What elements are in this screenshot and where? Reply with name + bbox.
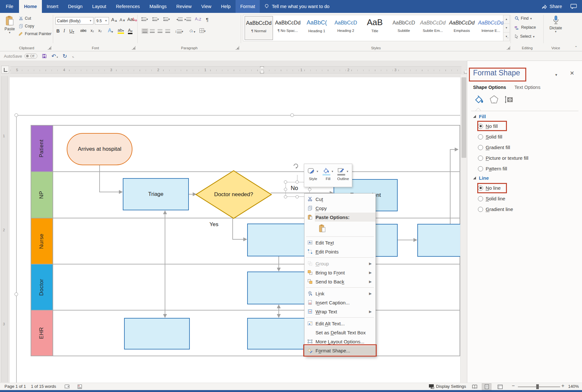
comment-icon[interactable] [570,4,577,9]
font-color-button[interactable]: A▾ [128,28,132,34]
vertical-ruler[interactable]: 123 [1,76,8,382]
radio-button[interactable] [478,196,483,201]
tab-shape-options[interactable]: Shape Options [473,85,506,90]
cut-button[interactable]: Cut [19,16,31,21]
menu-item-send-to-back[interactable]: Send to Back▶ [305,277,375,286]
ribbon-tab-file[interactable]: File [0,0,19,13]
selection-handle[interactable] [296,195,299,198]
font-dialog-launcher[interactable] [132,46,135,50]
multilevel-list-button[interactable]: ▾ [163,17,170,21]
fill-option-picture-or-texture-fill[interactable]: Picture or texture fill [478,153,529,163]
bold-button[interactable]: B [56,28,60,33]
print-layout-button[interactable] [482,383,491,390]
swimlane-header-patient[interactable]: Patient [31,126,53,171]
styles-dialog-launcher[interactable] [507,46,510,50]
menu-item-link[interactable]: Link▶ [305,289,375,298]
zoom-out-button[interactable]: − [512,383,515,389]
tab-text-options[interactable]: Text Options [514,85,540,90]
ribbon-tab-insert[interactable]: Insert [42,0,63,13]
dictate-dropdown-arrow[interactable]: ▼ [544,30,568,33]
macro-recording-icon[interactable] [77,384,82,389]
ribbon-tab-format[interactable]: Format [236,0,260,13]
ribbon-tab-layout[interactable]: Layout [87,0,111,13]
fill-option-pattern-fill[interactable]: Pattern fill [478,163,529,174]
menu-item-edit-alt-text-[interactable]: Edit Alt Text... [305,319,375,328]
superscript-button[interactable]: x2 [98,28,102,33]
underline-button[interactable]: U▾ [69,28,74,33]
bullets-button[interactable]: ▾ [141,17,148,21]
selection-handle[interactable] [296,180,299,184]
menu-item-group[interactable]: Group▶ [305,259,375,268]
zoom-in-button[interactable]: + [561,383,564,389]
read-mode-button[interactable] [470,383,480,390]
selection-handle[interactable] [284,188,287,191]
vertical-scrollbar[interactable] [460,75,467,383]
style-subtitle[interactable]: AaBbCcDSubtitle [390,16,418,40]
menu-item-bring-to-front[interactable]: Bring to Front▶ [305,268,375,277]
paste-option-icon[interactable] [319,224,326,233]
pane-close-button[interactable]: ✕ [570,70,574,77]
highlight-color-button[interactable]: ab▾ [118,28,124,34]
replace-button[interactable]: abac Replace [515,25,536,30]
word-count[interactable]: 1 of 15 words [31,384,56,389]
radio-button[interactable] [478,207,483,212]
radio-button[interactable] [478,186,483,191]
fill-section-header[interactable]: Fill [473,114,486,119]
process-shape-empty[interactable] [417,224,460,257]
increase-indent-button[interactable]: ▸ [185,17,191,21]
strikethrough-button[interactable]: abc [80,28,86,33]
start-shape[interactable]: Arrives at hospital [67,133,132,165]
process-shape-empty[interactable] [247,224,310,256]
line-option-no-line[interactable]: No line [478,183,513,193]
menu-item-cut[interactable]: Cut [305,195,375,204]
align-left-button[interactable] [141,28,148,34]
proofing-status-icon[interactable] [64,384,70,389]
swimlane-header-doctor[interactable]: Doctor [31,264,53,310]
fill-option-solid-fill[interactable]: Solid fill [478,131,529,142]
font-size-combo[interactable]: 9.5▼ [95,17,109,24]
menu-item-paste-options-[interactable]: Paste Options: [305,213,375,222]
numbering-button[interactable]: ▾ [152,17,159,21]
ribbon-tab-help[interactable]: Help [216,0,236,13]
customize-qat-button[interactable]: ⌄̲ [72,54,74,58]
zoom-level[interactable]: 140% [568,384,579,389]
style--no-spac-[interactable]: AaBbCcDd¶ No Spac... [274,16,302,40]
format-painter-button[interactable]: Format Painter [19,32,52,36]
canvas-handle-top-left[interactable] [15,113,18,117]
page-indicator[interactable]: Page 1 of 1 [5,384,26,389]
paragraph-dialog-launcher[interactable] [236,46,239,50]
shrink-font-button[interactable]: A▼ [120,17,126,22]
selection-handle[interactable] [284,195,287,198]
grow-font-button[interactable]: A▲ [111,17,118,22]
ribbon-tab-mailings[interactable]: Mailings [145,0,171,13]
document-page[interactable]: PatientNPNurseDoctorEHR [10,77,460,383]
radio-button[interactable] [478,156,483,161]
swimlane-header-nurse[interactable]: Nurse [31,218,53,264]
mini-outline-button[interactable]: ▼ Outline [335,166,351,186]
line-section-header[interactable]: Line [473,175,489,181]
tab-stop-selector[interactable] [1,66,9,73]
borders-button[interactable]: ▾ [199,28,206,33]
canvas-handle-left-middle[interactable] [15,292,18,296]
menu-item-edit-text[interactable]: AEdit Text [305,238,375,247]
copy-button[interactable]: Copy [19,24,34,28]
tell-me-box[interactable]: Tell me what you want to do [264,0,329,13]
style--normal[interactable]: AaBbCcDd¶ Normal [245,16,273,40]
menu-item-copy[interactable]: Copy [305,204,375,213]
italic-button[interactable]: I [63,28,65,33]
radio-button[interactable] [478,124,483,129]
process-shape-empty[interactable] [247,318,310,349]
line-option-solid-line[interactable]: Solid line [478,193,513,204]
style-title[interactable]: AaBTitle [361,16,389,40]
ribbon-tab-view[interactable]: View [197,0,216,13]
autosave-toggle[interactable]: Off [24,53,37,59]
paste-dropdown-arrow[interactable]: ▼ [3,31,17,34]
dictate-button[interactable]: Dictate ▼ [544,15,568,33]
select-button[interactable]: Select▾ [515,34,535,39]
subscript-button[interactable]: x2 [91,28,94,33]
ribbon-tab-references[interactable]: References [111,0,145,13]
rotation-handle-icon[interactable] [292,162,300,170]
style-heading-1[interactable]: AaBbC(Heading 1 [303,16,331,40]
style-emphasis[interactable]: AaBbCcDdEmphasis [448,16,476,40]
first-line-indent-marker[interactable] [260,66,264,69]
